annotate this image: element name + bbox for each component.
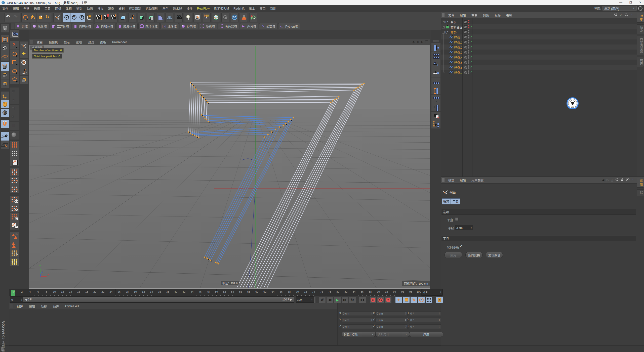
make-editable-button[interactable]	[1, 24, 10, 33]
am-menu-用户数据[interactable]: 用户数据	[469, 178, 486, 182]
go-end-button[interactable]: ▶▮	[359, 296, 366, 303]
formula-field-button[interactable]: ∿公式域	[259, 23, 277, 29]
section-tool[interactable]: 工具	[441, 236, 636, 241]
particles-lens-b-button[interactable]	[10, 204, 19, 213]
particles-arrow-button[interactable]: →	[10, 249, 19, 257]
layer-icon[interactable]	[464, 40, 467, 44]
close-button[interactable]: ✕	[639, 1, 641, 4]
menu-帮助[interactable]: 帮助	[268, 6, 278, 11]
rotate-icon[interactable]: ↻	[421, 40, 423, 44]
axis-z-button[interactable]: Z	[78, 13, 86, 22]
am-add-panel-icon[interactable]: +	[632, 178, 635, 182]
live-selection-tool-button[interactable]: ➤	[10, 50, 19, 58]
visibility-editor-dot[interactable]	[468, 30, 469, 31]
snap-spline-button[interactable]	[20, 41, 29, 50]
visibility-editor-dot[interactable]	[468, 20, 469, 21]
radius-spinner[interactable]: 3 cm▲▼	[455, 225, 473, 230]
triangles-recycle-button[interactable]: ↻	[10, 232, 19, 240]
layer-icon[interactable]	[464, 56, 467, 59]
coordinate-system-button[interactable]	[86, 13, 93, 22]
record-scale-button[interactable]	[403, 296, 410, 303]
menu-窗口[interactable]: 窗口	[257, 6, 268, 11]
record-key-button[interactable]	[370, 296, 377, 303]
coord-field-Y-1[interactable]: 0 cm▲▼	[375, 318, 408, 322]
lasso-selection-button[interactable]: ➤	[10, 67, 19, 75]
menu-运动跟踪[interactable]: 运动跟踪	[127, 6, 143, 11]
om-row-备份[interactable]: +Lo备份	[441, 19, 637, 24]
rf-import-button[interactable]	[240, 13, 248, 22]
frame-spinner-right[interactable]: 0 F▲▼	[422, 289, 443, 296]
play-forward-button[interactable]: ▶	[334, 296, 341, 303]
om-row-样条.4[interactable]: 样条.4✓	[441, 55, 637, 60]
object-name[interactable]: 样条	[454, 35, 460, 39]
timeline-ruler[interactable]: 0246810121416182022242628303234363840424…	[9, 289, 422, 296]
subdivision-surface-button[interactable]	[138, 13, 145, 22]
sphere-field-button[interactable]: 球体域	[31, 23, 49, 29]
visibility-editor-dot[interactable]	[468, 60, 469, 62]
minimize-button[interactable]: —	[619, 1, 622, 4]
object-name[interactable]: 样条.4	[454, 55, 463, 60]
menu-角色[interactable]: 角色	[160, 6, 171, 11]
am-track-icon[interactable]	[626, 178, 629, 182]
visibility-render-dot[interactable]	[468, 32, 469, 33]
triangle-down-button[interactable]: ↓	[10, 240, 19, 249]
visibility-editor-dot[interactable]	[468, 50, 469, 52]
record-parameter-button[interactable]: P	[418, 296, 425, 303]
menu-INSYDIUM[interactable]: INSYDIUM	[212, 7, 231, 10]
move-axis-button[interactable]: ✚	[20, 50, 29, 59]
om-row-样条[interactable]: 样条✓	[441, 34, 637, 39]
viewport-3d[interactable]	[29, 45, 430, 288]
expand-toggle[interactable]: +	[442, 21, 445, 23]
polygon-selection-button[interactable]: ➤	[10, 75, 19, 84]
om-search-icon[interactable]	[614, 13, 618, 17]
maximize-icon[interactable]	[425, 40, 428, 44]
om-tab-场次[interactable]: 场次	[637, 24, 644, 34]
texture-mode-button[interactable]	[1, 43, 10, 52]
am-menu-编辑[interactable]: 编辑	[457, 178, 469, 182]
sound-field-button[interactable]: ▶≀声音域	[240, 23, 258, 29]
disabled-paste-button[interactable]: ⧉	[10, 113, 19, 122]
pan-icon[interactable]: ✥	[412, 40, 415, 44]
capsule-field-button[interactable]: 胶囊体域	[116, 23, 138, 29]
hier-grid-button[interactable]	[431, 52, 441, 60]
search-icon[interactable]	[638, 6, 642, 11]
visibility-editor-dot[interactable]	[468, 25, 469, 26]
qr-plugin-button[interactable]: QR	[231, 13, 238, 22]
om-tab-内容浏览器[interactable]: 内容浏览器	[637, 36, 644, 55]
coord-field-X-0[interactable]: 0 cm▲▼	[342, 311, 374, 316]
am-menu-模式[interactable]: 模式	[446, 178, 457, 182]
viewport-menu-显示[interactable]: 显示	[61, 40, 73, 44]
play-reverse-button[interactable]: ↺	[319, 296, 326, 303]
om-row-布料曲面[interactable]: +布料曲面✓	[441, 24, 637, 29]
menu-模拟[interactable]: 模拟	[95, 6, 106, 11]
am-search-icon[interactable]	[616, 178, 619, 182]
om-row-样条.2[interactable]: 样条.2✓	[441, 45, 637, 50]
arrow-orange-button[interactable]: →	[431, 77, 441, 86]
model-mode-button[interactable]	[1, 35, 10, 44]
vertex-field-button[interactable]	[212, 13, 220, 22]
redo-button[interactable]: ↷	[12, 13, 20, 22]
play-loop-button[interactable]: ↻	[349, 296, 356, 303]
menu-雕刻[interactable]: 雕刻	[116, 6, 127, 11]
coord-field-P-2[interactable]: 0 °▲▼	[409, 318, 441, 322]
om-menu-对象[interactable]: 对象	[480, 13, 492, 17]
object-name[interactable]: 样条.7	[454, 70, 463, 75]
viewport-menu-查看[interactable]: 查看	[34, 40, 46, 44]
layer-icon[interactable]	[464, 61, 467, 64]
visibility-render-dot[interactable]	[468, 27, 469, 28]
am-tab-side-属性[interactable]: 属性	[637, 178, 644, 188]
menu-RealFlow[interactable]: RealFlow	[195, 7, 212, 10]
om-row-样条.7[interactable]: 样条.7✓	[441, 70, 637, 75]
random-field-button[interactable]: 随机域	[199, 23, 217, 29]
om-row-样条.1[interactable]: 样条.1✓	[441, 39, 637, 45]
particles-cluster-button[interactable]	[10, 257, 19, 266]
menu-选择[interactable]: 选择	[32, 6, 42, 11]
emitter-sphere-button[interactable]	[10, 131, 19, 140]
layer-icon[interactable]	[464, 66, 467, 69]
end-frame-spinner[interactable]: 100 F▲▼	[296, 296, 314, 303]
menu-流水线[interactable]: 流水线	[171, 6, 184, 11]
section-options[interactable]: 选项	[441, 209, 636, 215]
bracket-orange-button[interactable]	[431, 86, 441, 95]
particles-down-button[interactable]: ↓	[10, 185, 19, 194]
am-tab-side-层[interactable]: 层	[637, 189, 644, 196]
